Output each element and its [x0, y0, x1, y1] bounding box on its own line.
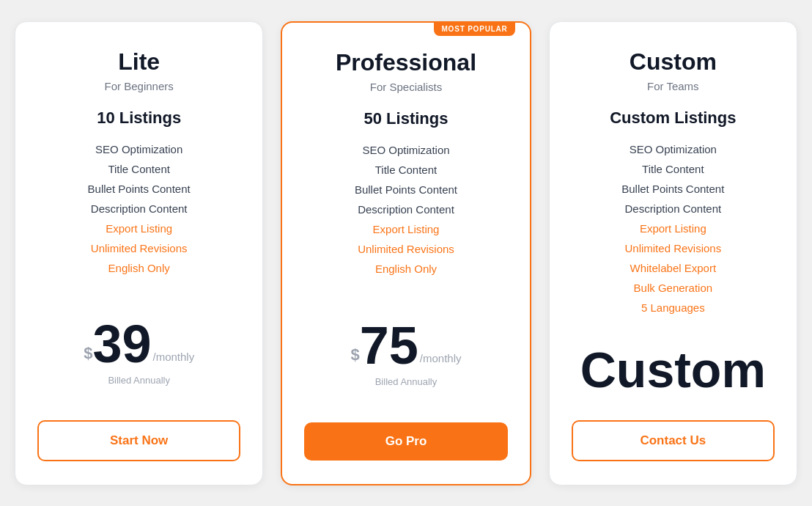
feature-desc-pro: Description Content [304, 199, 507, 219]
most-popular-badge: MOST POPULAR [434, 22, 514, 36]
contact-us-button[interactable]: Contact Us [572, 420, 775, 461]
plan-subtitle-custom: For Teams [647, 80, 699, 92]
feature-languages-custom: 5 Languages [572, 298, 775, 318]
feature-english-lite: English Only [37, 258, 240, 278]
feature-revisions-lite: Unlimited Revisions [37, 238, 240, 258]
plan-card-professional: MOST POPULAR Professional For Specialist… [281, 21, 531, 485]
feature-revisions-pro: Unlimited Revisions [304, 239, 507, 259]
price-period-professional: /monthly [420, 352, 462, 364]
features-list-custom: SEO Optimization Title Content Bullet Po… [572, 139, 775, 318]
feature-desc-custom: Description Content [572, 199, 775, 219]
plan-listings-professional: 50 Listings [364, 109, 449, 128]
price-row-lite: $ 39 /monthly [84, 318, 194, 370]
feature-bullet-custom: Bullet Points Content [572, 179, 775, 199]
price-section-lite: $ 39 /monthly [84, 318, 194, 370]
feature-title-pro: Title Content [304, 160, 507, 180]
plan-name-professional: Professional [336, 49, 476, 76]
plan-listings-lite: 10 Listings [97, 109, 181, 128]
price-row-professional: $ 75 /monthly [350, 319, 461, 372]
features-list-professional: SEO Optimization Title Content Bullet Po… [304, 140, 507, 279]
price-dollar-lite: $ [84, 340, 92, 366]
plan-listings-custom: Custom Listings [610, 109, 736, 128]
feature-bullet-pro: Bullet Points Content [304, 180, 507, 199]
feature-english-pro: English Only [304, 259, 507, 279]
go-pro-button[interactable]: Go Pro [304, 422, 507, 461]
feature-revisions-custom: Unlimited Revisions [572, 238, 775, 258]
features-list-lite: SEO Optimization Title Content Bullet Po… [37, 139, 240, 278]
feature-title-custom: Title Content [572, 159, 775, 179]
price-dollar-professional: $ [350, 342, 359, 367]
feature-whitelabel-custom: Whitelabel Export [572, 258, 775, 278]
feature-export-pro: Export Listing [304, 219, 507, 239]
plan-card-lite: Lite For Beginners 10 Listings SEO Optim… [15, 21, 263, 485]
feature-bulk-custom: Bulk Generation [572, 278, 775, 298]
feature-seo-pro: SEO Optimization [304, 140, 507, 160]
feature-title-lite: Title Content [37, 159, 240, 179]
start-now-button[interactable]: Start Now [37, 420, 240, 461]
price-period-lite: /monthly [152, 351, 194, 363]
feature-export-custom: Export Listing [572, 219, 775, 238]
price-number-professional: 75 [360, 319, 418, 372]
price-custom-label: Custom [580, 341, 766, 398]
plan-subtitle-lite: For Beginners [105, 80, 174, 92]
billed-note-lite: Billed Annually [108, 375, 170, 386]
billed-note-professional: Billed Annually [375, 376, 438, 387]
plan-subtitle-professional: For Specialists [370, 81, 442, 93]
feature-export-lite: Export Listing [37, 219, 240, 238]
price-number-lite: 39 [92, 318, 151, 370]
feature-bullet-lite: Bullet Points Content [37, 179, 240, 199]
price-section-professional: $ 75 /monthly [350, 319, 461, 372]
plan-card-custom: Custom For Teams Custom Listings SEO Opt… [549, 21, 797, 485]
plan-name-lite: Lite [118, 48, 160, 76]
plan-name-custom: Custom [630, 48, 717, 76]
feature-seo-lite: SEO Optimization [37, 139, 240, 159]
pricing-container: Lite For Beginners 10 Listings SEO Optim… [15, 21, 797, 485]
feature-desc-lite: Description Content [37, 199, 240, 219]
feature-seo-custom: SEO Optimization [572, 139, 775, 159]
